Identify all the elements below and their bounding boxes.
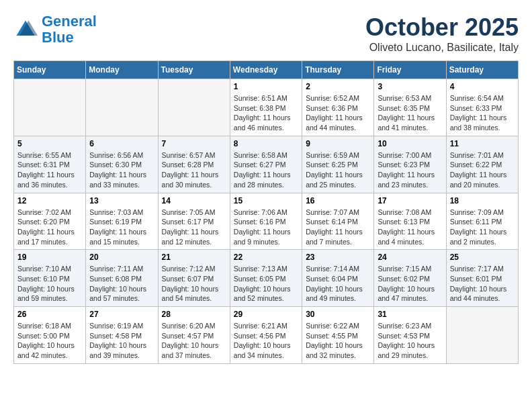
- day-info: Sunrise: 6:22 AM Sunset: 4:55 PM Dayligh…: [306, 321, 370, 361]
- day-info: Sunrise: 6:54 AM Sunset: 6:33 PM Dayligh…: [450, 93, 515, 133]
- calendar-week-row: 12Sunrise: 7:02 AM Sunset: 6:20 PM Dayli…: [14, 193, 519, 250]
- weekday-header-monday: Monday: [86, 61, 158, 79]
- calendar-cell: 6Sunrise: 6:56 AM Sunset: 6:30 PM Daylig…: [86, 136, 158, 193]
- day-info: Sunrise: 7:02 AM Sunset: 6:20 PM Dayligh…: [17, 208, 82, 247]
- day-info: Sunrise: 6:18 AM Sunset: 5:00 PM Dayligh…: [17, 321, 82, 361]
- day-number: 8: [234, 139, 298, 148]
- day-info: Sunrise: 7:06 AM Sunset: 6:16 PM Dayligh…: [234, 208, 298, 247]
- calendar-cell: 26Sunrise: 6:18 AM Sunset: 5:00 PM Dayli…: [14, 307, 86, 364]
- calendar-cell: 2Sunrise: 6:52 AM Sunset: 6:36 PM Daylig…: [302, 79, 374, 136]
- day-number: 18: [450, 196, 515, 205]
- day-info: Sunrise: 7:00 AM Sunset: 6:23 PM Dayligh…: [378, 150, 442, 190]
- calendar-cell: 3Sunrise: 6:53 AM Sunset: 6:35 PM Daylig…: [374, 79, 446, 136]
- calendar-cell: 4Sunrise: 6:54 AM Sunset: 6:33 PM Daylig…: [446, 79, 518, 136]
- calendar-week-row: 19Sunrise: 7:10 AM Sunset: 6:10 PM Dayli…: [14, 250, 519, 307]
- day-info: Sunrise: 7:10 AM Sunset: 6:10 PM Dayligh…: [17, 264, 82, 304]
- day-number: 2: [306, 82, 370, 91]
- calendar-cell: 20Sunrise: 7:11 AM Sunset: 6:08 PM Dayli…: [86, 250, 158, 307]
- calendar-cell: [14, 79, 86, 136]
- calendar-cell: 14Sunrise: 7:05 AM Sunset: 6:17 PM Dayli…: [158, 193, 230, 250]
- day-number: 25: [450, 253, 515, 262]
- calendar-cell: 7Sunrise: 6:57 AM Sunset: 6:28 PM Daylig…: [158, 136, 230, 193]
- weekday-header-wednesday: Wednesday: [230, 61, 302, 79]
- calendar-cell: 31Sunrise: 6:23 AM Sunset: 4:53 PM Dayli…: [374, 307, 446, 364]
- day-number: 16: [306, 196, 370, 205]
- calendar-cell: 30Sunrise: 6:22 AM Sunset: 4:55 PM Dayli…: [302, 307, 374, 364]
- day-info: Sunrise: 7:09 AM Sunset: 6:11 PM Dayligh…: [450, 208, 515, 247]
- day-info: Sunrise: 6:19 AM Sunset: 4:58 PM Dayligh…: [89, 321, 154, 361]
- month-title: October 2025: [365, 13, 519, 42]
- weekday-header-tuesday: Tuesday: [158, 61, 230, 79]
- day-number: 3: [378, 82, 442, 91]
- calendar-cell: [446, 307, 518, 364]
- day-number: 4: [450, 82, 515, 91]
- calendar-cell: 16Sunrise: 7:07 AM Sunset: 6:14 PM Dayli…: [302, 193, 374, 250]
- calendar-cell: 23Sunrise: 7:14 AM Sunset: 6:04 PM Dayli…: [302, 250, 374, 307]
- calendar-cell: 17Sunrise: 7:08 AM Sunset: 6:13 PM Dayli…: [374, 193, 446, 250]
- day-info: Sunrise: 7:01 AM Sunset: 6:22 PM Dayligh…: [450, 150, 515, 190]
- page-header: General Blue October 2025 Oliveto Lucano…: [13, 13, 519, 54]
- day-number: 15: [234, 196, 298, 205]
- calendar-week-row: 1Sunrise: 6:51 AM Sunset: 6:38 PM Daylig…: [14, 79, 519, 136]
- day-info: Sunrise: 6:21 AM Sunset: 4:56 PM Dayligh…: [234, 321, 298, 361]
- calendar-cell: 19Sunrise: 7:10 AM Sunset: 6:10 PM Dayli…: [14, 250, 86, 307]
- calendar-cell: 22Sunrise: 7:13 AM Sunset: 6:05 PM Dayli…: [230, 250, 302, 307]
- calendar-week-row: 5Sunrise: 6:55 AM Sunset: 6:31 PM Daylig…: [14, 136, 519, 193]
- day-number: 10: [378, 139, 442, 148]
- day-info: Sunrise: 7:17 AM Sunset: 6:01 PM Dayligh…: [450, 264, 515, 304]
- calendar-cell: 11Sunrise: 7:01 AM Sunset: 6:22 PM Dayli…: [446, 136, 518, 193]
- calendar-cell: 28Sunrise: 6:20 AM Sunset: 4:57 PM Dayli…: [158, 307, 230, 364]
- calendar-cell: 12Sunrise: 7:02 AM Sunset: 6:20 PM Dayli…: [14, 193, 86, 250]
- day-info: Sunrise: 6:52 AM Sunset: 6:36 PM Dayligh…: [306, 93, 370, 133]
- day-info: Sunrise: 6:55 AM Sunset: 6:31 PM Dayligh…: [17, 150, 82, 190]
- day-number: 5: [17, 139, 82, 148]
- day-number: 7: [162, 139, 226, 148]
- day-number: 30: [306, 310, 370, 319]
- location-subtitle: Oliveto Lucano, Basilicate, Italy: [365, 42, 519, 54]
- weekday-header-saturday: Saturday: [446, 61, 518, 79]
- calendar-cell: 15Sunrise: 7:06 AM Sunset: 6:16 PM Dayli…: [230, 193, 302, 250]
- logo-icon: [13, 17, 38, 42]
- day-number: 20: [89, 253, 154, 262]
- calendar-cell: 24Sunrise: 7:15 AM Sunset: 6:02 PM Dayli…: [374, 250, 446, 307]
- logo-text: General Blue: [42, 13, 97, 46]
- day-number: 13: [89, 196, 154, 205]
- day-number: 28: [162, 310, 226, 319]
- calendar-cell: 21Sunrise: 7:12 AM Sunset: 6:07 PM Dayli…: [158, 250, 230, 307]
- day-number: 19: [17, 253, 82, 262]
- day-number: 24: [378, 253, 442, 262]
- day-number: 26: [17, 310, 82, 319]
- day-info: Sunrise: 6:23 AM Sunset: 4:53 PM Dayligh…: [378, 321, 442, 361]
- day-number: 1: [234, 82, 298, 91]
- day-number: 9: [306, 139, 370, 148]
- calendar-cell: 13Sunrise: 7:03 AM Sunset: 6:19 PM Dayli…: [86, 193, 158, 250]
- day-number: 12: [17, 196, 82, 205]
- day-info: Sunrise: 7:03 AM Sunset: 6:19 PM Dayligh…: [89, 208, 154, 247]
- weekday-header-friday: Friday: [374, 61, 446, 79]
- day-number: 31: [378, 310, 442, 319]
- calendar-cell: [158, 79, 230, 136]
- title-block: October 2025 Oliveto Lucano, Basilicate,…: [365, 13, 519, 54]
- day-number: 23: [306, 253, 370, 262]
- day-info: Sunrise: 7:14 AM Sunset: 6:04 PM Dayligh…: [306, 264, 370, 304]
- calendar-cell: 18Sunrise: 7:09 AM Sunset: 6:11 PM Dayli…: [446, 193, 518, 250]
- calendar-week-row: 26Sunrise: 6:18 AM Sunset: 5:00 PM Dayli…: [14, 307, 519, 364]
- day-number: 21: [162, 253, 226, 262]
- calendar-cell: 8Sunrise: 6:58 AM Sunset: 6:27 PM Daylig…: [230, 136, 302, 193]
- day-number: 27: [89, 310, 154, 319]
- day-number: 29: [234, 310, 298, 319]
- weekday-header-thursday: Thursday: [302, 61, 374, 79]
- calendar-cell: 29Sunrise: 6:21 AM Sunset: 4:56 PM Dayli…: [230, 307, 302, 364]
- day-info: Sunrise: 7:08 AM Sunset: 6:13 PM Dayligh…: [378, 208, 442, 247]
- day-info: Sunrise: 6:53 AM Sunset: 6:35 PM Dayligh…: [378, 93, 442, 133]
- calendar-cell: 1Sunrise: 6:51 AM Sunset: 6:38 PM Daylig…: [230, 79, 302, 136]
- day-number: 6: [89, 139, 154, 148]
- calendar-cell: 9Sunrise: 6:59 AM Sunset: 6:25 PM Daylig…: [302, 136, 374, 193]
- day-info: Sunrise: 7:13 AM Sunset: 6:05 PM Dayligh…: [234, 264, 298, 304]
- calendar-cell: 10Sunrise: 7:00 AM Sunset: 6:23 PM Dayli…: [374, 136, 446, 193]
- day-info: Sunrise: 6:59 AM Sunset: 6:25 PM Dayligh…: [306, 150, 370, 190]
- day-info: Sunrise: 7:05 AM Sunset: 6:17 PM Dayligh…: [162, 208, 226, 247]
- day-number: 11: [450, 139, 515, 148]
- logo: General Blue: [13, 13, 97, 46]
- day-info: Sunrise: 7:15 AM Sunset: 6:02 PM Dayligh…: [378, 264, 442, 304]
